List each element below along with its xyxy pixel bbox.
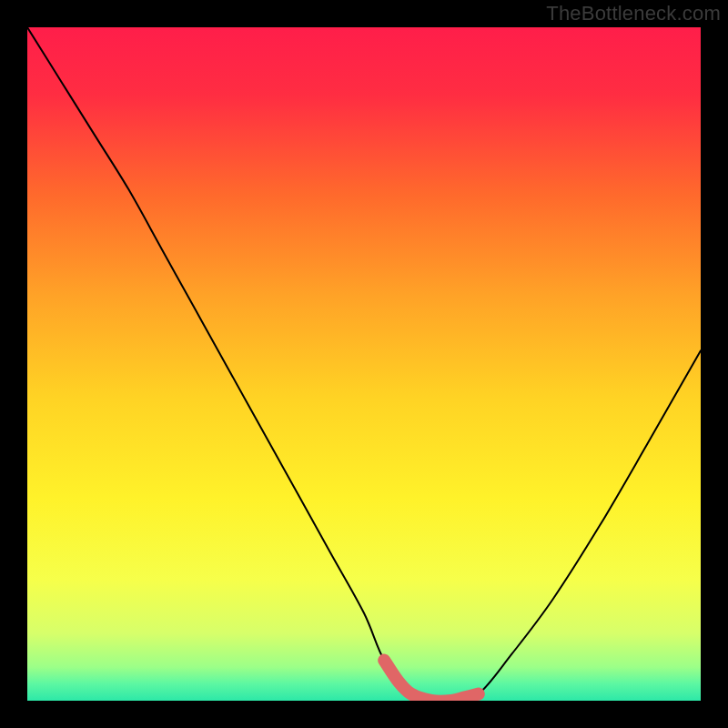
watermark-text: TheBottleneck.com — [546, 2, 721, 25]
gradient-background — [27, 27, 701, 701]
chart-svg — [27, 27, 701, 701]
chart-frame: TheBottleneck.com — [0, 0, 728, 728]
chart-plot-area — [27, 27, 701, 701]
